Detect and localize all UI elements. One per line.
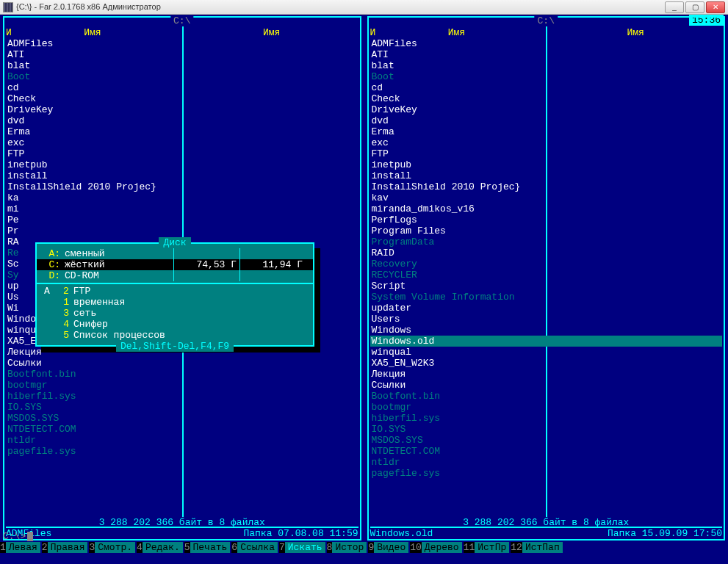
file-item[interactable]: DriveKey [370,104,723,115]
file-item[interactable]: pagefile.sys [6,446,358,457]
file-item[interactable]: dvd [6,115,358,126]
plugin-row[interactable]: А2FTP [37,286,313,297]
file-item[interactable]: blat [6,60,358,71]
file-item[interactable]: Script [370,281,723,292]
file-item[interactable]: Recovery [370,258,723,270]
right-file-list[interactable]: ADMFilesATIblatBootcdCheckDriveKeydvdErm… [370,38,723,520]
file-item[interactable]: Check [6,93,358,104]
file-item[interactable]: IO.SYS [6,402,358,413]
minimize-button[interactable]: _ [665,1,684,13]
file-item[interactable]: ntldr [6,435,358,446]
file-item[interactable]: Windows [370,325,723,336]
file-item[interactable]: IO.SYS [370,424,723,435]
file-item[interactable]: Pr [6,225,358,236]
file-item[interactable]: DriveKey [6,104,358,115]
drive-row[interactable]: D:CD-ROM [37,270,313,281]
keybar-item-8[interactable]: 8Истор [327,542,367,553]
file-item[interactable]: ADMFiles [370,38,723,49]
plugin-row[interactable]: 4Снифер [37,319,313,330]
file-item[interactable]: Windows.old [370,336,723,347]
file-item[interactable]: hiberfil.sys [6,391,358,402]
file-item[interactable]: bootmgr [6,380,358,391]
file-item[interactable]: ntldr [370,457,723,468]
file-item[interactable]: Bootfont.bin [6,369,358,380]
file-item[interactable]: Program Files [370,225,723,236]
right-panel[interactable]: C:\ И Имя Имя ADMFilesATIblatBootcdCheck… [367,16,726,540]
file-item[interactable]: Pe [6,214,358,225]
drive-row[interactable]: C:жёсткий74,53 Г11,94 Г [37,259,313,270]
plugin-row[interactable]: 1временная [37,297,313,308]
file-item[interactable]: RECYCLER [370,270,723,281]
col-header-name-1[interactable]: Имя [3,27,182,38]
file-item[interactable]: cd [6,82,358,93]
maximize-button[interactable]: ▢ [685,1,704,13]
file-item[interactable]: RAID [370,247,723,258]
file-item[interactable]: ATI [6,49,358,60]
file-item[interactable]: Check [370,93,723,104]
file-item[interactable]: ADMFiles [6,38,358,49]
file-item[interactable]: Boot [6,71,358,82]
keybar-item-7[interactable]: 7Искать [279,542,325,553]
file-item[interactable]: Ссылки [6,358,358,369]
file-item[interactable]: ProgramData [370,236,723,247]
plugin-row[interactable]: 5Список процессов [37,330,313,341]
file-item[interactable]: Ссылки [370,380,723,391]
file-item[interactable]: blat [370,60,723,71]
file-item[interactable]: NTDETECT.COM [370,446,723,457]
file-item[interactable]: System Volume Information [370,292,723,303]
left-path: C:\ [170,15,193,26]
file-item[interactable]: hiberfil.sys [370,413,723,424]
close-button[interactable]: ✕ [706,1,725,13]
file-item[interactable]: exc [6,137,358,148]
file-item[interactable]: Erma [370,126,723,137]
keybar-item-4[interactable]: 4Редак. [137,542,183,553]
keybar-item-1[interactable]: 1Левая [0,542,40,553]
file-item[interactable]: pagefile.sys [370,468,723,479]
file-item[interactable]: kav [370,192,723,203]
col-header-name-2[interactable]: Имя [182,27,361,38]
file-item[interactable]: FTP [370,148,723,159]
file-item[interactable]: inetpub [370,159,723,170]
file-item[interactable]: winqual [370,347,723,358]
keybar-item-2[interactable]: 2Правая [42,542,88,553]
file-item[interactable]: Bootfont.bin [370,391,723,402]
file-item[interactable]: dvd [370,115,723,126]
file-item[interactable]: cd [370,82,723,93]
keybar-item-6[interactable]: 6Ссылка [231,542,278,553]
file-item[interactable]: Boot [370,71,723,82]
file-item[interactable]: install [6,170,358,181]
file-item[interactable]: updater [370,303,723,314]
file-item[interactable]: PerfLogs [370,214,723,225]
file-item[interactable]: Erma [6,126,358,137]
command-line[interactable]: C:\> [3,531,33,542]
col-header-name-1[interactable]: Имя [367,27,547,38]
file-item[interactable]: inetpub [6,159,358,170]
file-item[interactable]: ATI [370,49,723,60]
file-item[interactable]: XA5_EN_W2K3 [370,358,723,369]
keybar-item-11[interactable]: 11ИстПр [464,542,510,553]
file-item[interactable]: ka [6,192,358,203]
file-item[interactable]: MSDOS.SYS [370,435,723,446]
file-item[interactable]: install [370,170,723,181]
keybar-item-3[interactable]: 3Смотр. [89,542,135,553]
file-item[interactable]: exc [370,137,723,148]
keybar-item-5[interactable]: 5Печать [184,542,231,553]
plugin-row[interactable]: 3сеть [37,308,313,319]
drive-row[interactable]: A:сменный [37,248,313,259]
app-icon [3,2,13,12]
keybar-item-9[interactable]: 9Видео [368,542,408,553]
keybar-item-12[interactable]: 12ИстПап [511,542,562,553]
file-item[interactable]: FTP [6,148,358,159]
file-item[interactable]: InstallShield 2010 Projec} [6,181,358,192]
drive-select-dialog[interactable]: Диск A:сменныйC:жёсткий74,53 Г11,94 ГD:C… [35,242,314,347]
file-item[interactable]: Лекция [370,369,723,380]
col-header-name-2[interactable]: Имя [546,27,725,38]
file-item[interactable]: Users [370,314,723,325]
keybar-item-10[interactable]: 10Дерево [410,542,461,553]
file-item[interactable]: bootmgr [370,402,723,413]
file-item[interactable]: InstallShield 2010 Projec} [370,181,723,192]
file-item[interactable]: miranda_dmikos_v16 [370,203,723,214]
file-item[interactable]: mi [6,203,358,214]
file-item[interactable]: MSDOS.SYS [6,413,358,424]
file-item[interactable]: NTDETECT.COM [6,424,358,435]
